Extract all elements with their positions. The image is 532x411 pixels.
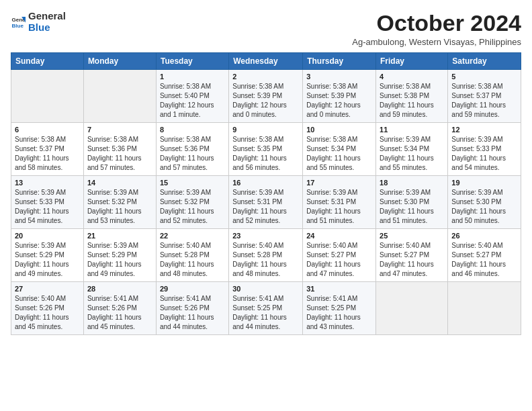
day-info: Sunrise: 5:38 AM Sunset: 5:39 PM Dayligh… — [232, 82, 299, 120]
day-number: 11 — [380, 126, 444, 134]
calendar-cell: 19Sunrise: 5:39 AM Sunset: 5:30 PM Dayli… — [448, 176, 521, 229]
day-number: 1 — [160, 73, 225, 81]
day-info: Sunrise: 5:38 AM Sunset: 5:36 PM Dayligh… — [87, 135, 152, 173]
weekday-header-sunday: Sunday — [11, 53, 84, 70]
day-number: 22 — [160, 232, 225, 240]
logo-general-text: General — [28, 11, 66, 22]
day-number: 13 — [15, 179, 80, 187]
day-info: Sunrise: 5:40 AM Sunset: 5:28 PM Dayligh… — [160, 241, 225, 279]
day-info: Sunrise: 5:38 AM Sunset: 5:38 PM Dayligh… — [380, 82, 444, 120]
logo-icon: General Blue — [11, 15, 26, 30]
day-info: Sunrise: 5:38 AM Sunset: 5:36 PM Dayligh… — [160, 135, 225, 173]
week-row-1: 1Sunrise: 5:38 AM Sunset: 5:40 PM Daylig… — [11, 70, 521, 123]
day-number: 5 — [451, 73, 517, 81]
day-number: 17 — [306, 179, 372, 187]
day-number: 8 — [160, 126, 225, 134]
calendar-cell: 10Sunrise: 5:38 AM Sunset: 5:34 PM Dayli… — [303, 123, 376, 176]
day-info: Sunrise: 5:39 AM Sunset: 5:32 PM Dayligh… — [87, 188, 152, 226]
calendar-cell: 30Sunrise: 5:41 AM Sunset: 5:25 PM Dayli… — [229, 282, 303, 335]
weekday-header-row: SundayMondayTuesdayWednesdayThursdayFrid… — [11, 53, 521, 70]
calendar-cell — [376, 282, 448, 335]
day-number: 24 — [306, 232, 372, 240]
calendar-cell — [83, 70, 156, 123]
calendar-table: SundayMondayTuesdayWednesdayThursdayFrid… — [11, 52, 521, 335]
day-info: Sunrise: 5:38 AM Sunset: 5:34 PM Dayligh… — [306, 135, 372, 173]
calendar-cell: 5Sunrise: 5:38 AM Sunset: 5:37 PM Daylig… — [448, 70, 521, 123]
weekday-header-tuesday: Tuesday — [156, 53, 228, 70]
calendar-cell: 24Sunrise: 5:40 AM Sunset: 5:27 PM Dayli… — [303, 229, 376, 282]
day-number: 12 — [451, 126, 517, 134]
calendar-cell: 3Sunrise: 5:38 AM Sunset: 5:39 PM Daylig… — [303, 70, 376, 123]
calendar-cell: 11Sunrise: 5:39 AM Sunset: 5:34 PM Dayli… — [376, 123, 448, 176]
day-info: Sunrise: 5:41 AM Sunset: 5:26 PM Dayligh… — [87, 294, 152, 332]
title-section: October 2024 Ag-ambulong, Western Visaya… — [352, 11, 521, 47]
day-info: Sunrise: 5:39 AM Sunset: 5:31 PM Dayligh… — [232, 188, 299, 226]
page-header: General Blue General Blue October 2024 A… — [11, 11, 521, 47]
calendar-cell — [448, 282, 521, 335]
week-row-5: 27Sunrise: 5:40 AM Sunset: 5:26 PM Dayli… — [11, 282, 521, 335]
logo: General Blue General Blue — [11, 11, 66, 33]
day-number: 2 — [232, 73, 299, 81]
day-number: 21 — [87, 232, 152, 240]
day-info: Sunrise: 5:39 AM Sunset: 5:33 PM Dayligh… — [451, 135, 517, 173]
day-number: 3 — [306, 73, 372, 81]
day-number: 4 — [380, 73, 444, 81]
calendar-cell: 14Sunrise: 5:39 AM Sunset: 5:32 PM Dayli… — [83, 176, 156, 229]
day-number: 31 — [306, 285, 372, 293]
calendar-cell: 12Sunrise: 5:39 AM Sunset: 5:33 PM Dayli… — [448, 123, 521, 176]
day-info: Sunrise: 5:41 AM Sunset: 5:26 PM Dayligh… — [160, 294, 225, 332]
calendar-cell — [11, 70, 84, 123]
day-number: 23 — [232, 232, 299, 240]
calendar-cell: 28Sunrise: 5:41 AM Sunset: 5:26 PM Dayli… — [83, 282, 156, 335]
svg-text:Blue: Blue — [11, 23, 24, 29]
calendar-cell: 27Sunrise: 5:40 AM Sunset: 5:26 PM Dayli… — [11, 282, 84, 335]
calendar-cell: 9Sunrise: 5:38 AM Sunset: 5:35 PM Daylig… — [229, 123, 303, 176]
logo-blue-text: Blue — [28, 22, 66, 34]
day-info: Sunrise: 5:40 AM Sunset: 5:28 PM Dayligh… — [232, 241, 299, 279]
calendar-cell: 18Sunrise: 5:39 AM Sunset: 5:30 PM Dayli… — [376, 176, 448, 229]
day-number: 9 — [232, 126, 299, 134]
day-info: Sunrise: 5:39 AM Sunset: 5:34 PM Dayligh… — [380, 135, 444, 173]
day-number: 15 — [160, 179, 225, 187]
calendar-cell: 31Sunrise: 5:41 AM Sunset: 5:25 PM Dayli… — [303, 282, 376, 335]
day-info: Sunrise: 5:38 AM Sunset: 5:37 PM Dayligh… — [15, 135, 80, 173]
calendar-cell: 1Sunrise: 5:38 AM Sunset: 5:40 PM Daylig… — [156, 70, 228, 123]
day-info: Sunrise: 5:40 AM Sunset: 5:27 PM Dayligh… — [380, 241, 444, 279]
day-number: 16 — [232, 179, 299, 187]
day-info: Sunrise: 5:41 AM Sunset: 5:25 PM Dayligh… — [306, 294, 372, 332]
day-info: Sunrise: 5:39 AM Sunset: 5:30 PM Dayligh… — [451, 188, 517, 226]
day-info: Sunrise: 5:39 AM Sunset: 5:33 PM Dayligh… — [15, 188, 80, 226]
calendar-cell: 22Sunrise: 5:40 AM Sunset: 5:28 PM Dayli… — [156, 229, 228, 282]
calendar-cell: 15Sunrise: 5:39 AM Sunset: 5:32 PM Dayli… — [156, 176, 228, 229]
weekday-header-wednesday: Wednesday — [229, 53, 303, 70]
calendar-cell: 8Sunrise: 5:38 AM Sunset: 5:36 PM Daylig… — [156, 123, 228, 176]
day-info: Sunrise: 5:40 AM Sunset: 5:27 PM Dayligh… — [306, 241, 372, 279]
calendar-cell: 23Sunrise: 5:40 AM Sunset: 5:28 PM Dayli… — [229, 229, 303, 282]
day-number: 26 — [451, 232, 517, 240]
calendar-cell: 25Sunrise: 5:40 AM Sunset: 5:27 PM Dayli… — [376, 229, 448, 282]
day-number: 18 — [380, 179, 444, 187]
calendar-cell: 16Sunrise: 5:39 AM Sunset: 5:31 PM Dayli… — [229, 176, 303, 229]
calendar-cell: 6Sunrise: 5:38 AM Sunset: 5:37 PM Daylig… — [11, 123, 84, 176]
calendar-cell: 20Sunrise: 5:39 AM Sunset: 5:29 PM Dayli… — [11, 229, 84, 282]
week-row-3: 13Sunrise: 5:39 AM Sunset: 5:33 PM Dayli… — [11, 176, 521, 229]
day-number: 28 — [87, 285, 152, 293]
calendar-cell: 17Sunrise: 5:39 AM Sunset: 5:31 PM Dayli… — [303, 176, 376, 229]
calendar-cell: 7Sunrise: 5:38 AM Sunset: 5:36 PM Daylig… — [83, 123, 156, 176]
day-number: 20 — [15, 232, 80, 240]
calendar-cell: 26Sunrise: 5:40 AM Sunset: 5:27 PM Dayli… — [448, 229, 521, 282]
day-info: Sunrise: 5:40 AM Sunset: 5:27 PM Dayligh… — [451, 241, 517, 279]
week-row-2: 6Sunrise: 5:38 AM Sunset: 5:37 PM Daylig… — [11, 123, 521, 176]
calendar-cell: 4Sunrise: 5:38 AM Sunset: 5:38 PM Daylig… — [376, 70, 448, 123]
month-title: October 2024 — [352, 11, 521, 36]
day-info: Sunrise: 5:38 AM Sunset: 5:40 PM Dayligh… — [160, 82, 225, 120]
day-info: Sunrise: 5:39 AM Sunset: 5:29 PM Dayligh… — [15, 241, 80, 279]
day-info: Sunrise: 5:39 AM Sunset: 5:29 PM Dayligh… — [87, 241, 152, 279]
weekday-header-monday: Monday — [83, 53, 156, 70]
day-number: 19 — [451, 179, 517, 187]
day-info: Sunrise: 5:39 AM Sunset: 5:31 PM Dayligh… — [306, 188, 372, 226]
day-info: Sunrise: 5:39 AM Sunset: 5:30 PM Dayligh… — [380, 188, 444, 226]
day-number: 30 — [232, 285, 299, 293]
day-info: Sunrise: 5:41 AM Sunset: 5:25 PM Dayligh… — [232, 294, 299, 332]
location-title: Ag-ambulong, Western Visayas, Philippine… — [352, 37, 521, 47]
